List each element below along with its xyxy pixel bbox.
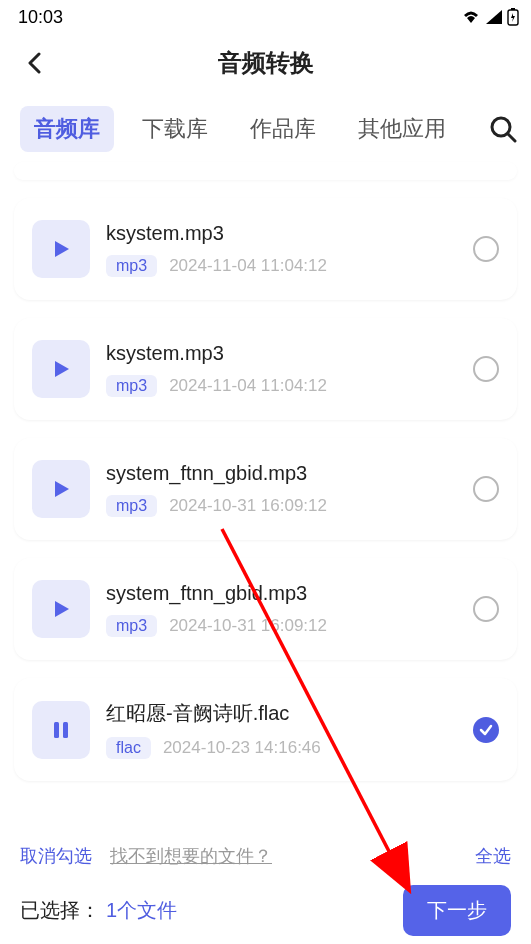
- file-name: 红昭愿-音阙诗听.flac: [106, 700, 457, 727]
- tab-works-library[interactable]: 作品库: [236, 106, 330, 152]
- format-badge: flac: [106, 737, 151, 759]
- file-item[interactable]: ksystem.mp3 mp3 2024-11-04 11:04:12: [14, 198, 517, 300]
- tab-other-apps[interactable]: 其他应用: [344, 106, 460, 152]
- file-item[interactable]: ksystem.mp3 mp3 2024-11-04 11:04:12: [14, 318, 517, 420]
- file-name: system_ftnn_gbid.mp3: [106, 582, 457, 605]
- status-bar: 10:03: [0, 0, 531, 34]
- play-icon: [50, 238, 72, 260]
- page-title: 音频转换: [218, 47, 314, 79]
- partial-card-top: [14, 162, 517, 180]
- search-icon: [489, 115, 517, 143]
- back-button[interactable]: [20, 49, 48, 77]
- file-meta: mp3 2024-10-31 16:09:12: [106, 495, 457, 517]
- file-list: ksystem.mp3 mp3 2024-11-04 11:04:12 ksys…: [0, 162, 531, 781]
- play-button[interactable]: [32, 460, 90, 518]
- tab-download-library[interactable]: 下载库: [128, 106, 222, 152]
- status-icons: [461, 8, 519, 26]
- play-button[interactable]: [32, 580, 90, 638]
- select-radio[interactable]: [473, 356, 499, 382]
- format-badge: mp3: [106, 255, 157, 277]
- file-meta: flac 2024-10-23 14:16:46: [106, 737, 457, 759]
- select-radio[interactable]: [473, 717, 499, 743]
- select-all-link[interactable]: 全选: [475, 844, 511, 868]
- status-time: 10:03: [18, 7, 63, 28]
- file-item[interactable]: system_ftnn_gbid.mp3 mp3 2024-10-31 16:0…: [14, 438, 517, 540]
- format-badge: mp3: [106, 375, 157, 397]
- file-date: 2024-11-04 11:04:12: [169, 376, 327, 396]
- format-badge: mp3: [106, 615, 157, 637]
- file-date: 2024-10-31 16:09:12: [169, 616, 327, 636]
- play-icon: [50, 358, 72, 380]
- play-button[interactable]: [32, 340, 90, 398]
- file-name: ksystem.mp3: [106, 342, 457, 365]
- file-body: system_ftnn_gbid.mp3 mp3 2024-10-31 16:0…: [106, 582, 457, 637]
- pause-icon: [50, 719, 72, 741]
- svg-rect-1: [511, 8, 515, 10]
- svg-rect-4: [54, 722, 59, 738]
- tabs-row: 音频库 下载库 作品库 其他应用: [0, 92, 531, 162]
- pause-button[interactable]: [32, 701, 90, 759]
- select-radio[interactable]: [473, 596, 499, 622]
- play-button[interactable]: [32, 220, 90, 278]
- chevron-left-icon: [27, 52, 41, 74]
- cancel-selection-link[interactable]: 取消勾选: [20, 844, 92, 868]
- file-item[interactable]: 红昭愿-音阙诗听.flac flac 2024-10-23 14:16:46: [14, 678, 517, 781]
- file-body: 红昭愿-音阙诗听.flac flac 2024-10-23 14:16:46: [106, 700, 457, 759]
- select-radio[interactable]: [473, 236, 499, 262]
- file-name: system_ftnn_gbid.mp3: [106, 462, 457, 485]
- selected-prefix: 已选择：: [20, 899, 100, 921]
- missing-file-help-link[interactable]: 找不到想要的文件？: [110, 844, 272, 868]
- next-step-button[interactable]: 下一步: [403, 885, 511, 936]
- selected-label: 已选择：1个文件: [20, 897, 177, 924]
- file-meta: mp3 2024-10-31 16:09:12: [106, 615, 457, 637]
- file-meta: mp3 2024-11-04 11:04:12: [106, 375, 457, 397]
- cell-signal-icon: [485, 9, 503, 25]
- check-icon: [478, 722, 494, 738]
- footer-links: 取消勾选 找不到想要的文件？ 全选: [0, 836, 531, 876]
- file-date: 2024-10-23 14:16:46: [163, 738, 321, 758]
- play-icon: [50, 598, 72, 620]
- file-body: system_ftnn_gbid.mp3 mp3 2024-10-31 16:0…: [106, 462, 457, 517]
- file-date: 2024-11-04 11:04:12: [169, 256, 327, 276]
- battery-icon: [507, 8, 519, 26]
- bottom-bar: 已选择：1个文件 下一步: [0, 876, 531, 944]
- wifi-icon: [461, 9, 481, 25]
- play-icon: [50, 478, 72, 500]
- selected-count: 1个文件: [106, 899, 177, 921]
- tab-audio-library[interactable]: 音频库: [20, 106, 114, 152]
- svg-line-3: [508, 134, 515, 141]
- select-radio[interactable]: [473, 476, 499, 502]
- app-header: 音频转换: [0, 34, 531, 92]
- file-body: ksystem.mp3 mp3 2024-11-04 11:04:12: [106, 222, 457, 277]
- format-badge: mp3: [106, 495, 157, 517]
- file-item[interactable]: system_ftnn_gbid.mp3 mp3 2024-10-31 16:0…: [14, 558, 517, 660]
- search-button[interactable]: [487, 113, 519, 145]
- file-meta: mp3 2024-11-04 11:04:12: [106, 255, 457, 277]
- file-body: ksystem.mp3 mp3 2024-11-04 11:04:12: [106, 342, 457, 397]
- svg-rect-5: [63, 722, 68, 738]
- file-date: 2024-10-31 16:09:12: [169, 496, 327, 516]
- file-name: ksystem.mp3: [106, 222, 457, 245]
